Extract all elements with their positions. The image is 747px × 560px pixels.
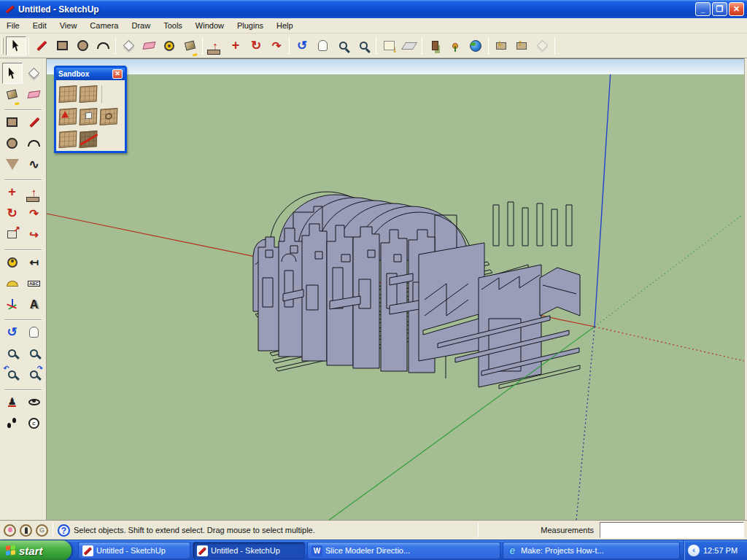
- get-models-icon[interactable]: ↓: [491, 36, 511, 55]
- toggle-terrain-icon[interactable]: [399, 36, 419, 55]
- menu-camera[interactable]: Camera: [83, 19, 125, 32]
- from-scratch-icon[interactable]: [80, 85, 98, 103]
- smoove-icon[interactable]: [59, 108, 77, 125]
- tape-measure-icon[interactable]: [159, 36, 179, 55]
- zoom-tool-icon[interactable]: [2, 343, 23, 364]
- share-models-icon[interactable]: ↑: [511, 36, 532, 55]
- zoom-extents-icon[interactable]: [353, 36, 374, 55]
- sandbox-close-icon[interactable]: ✕: [112, 69, 123, 79]
- paint-bucket-icon[interactable]: [2, 84, 23, 105]
- arc-tool-icon[interactable]: [93, 36, 113, 55]
- close-button[interactable]: ✕: [729, 2, 744, 16]
- zoom-tool-icon[interactable]: [333, 36, 353, 55]
- get-current-view-icon[interactable]: ↓: [379, 36, 399, 55]
- line-tool-icon[interactable]: [31, 36, 52, 55]
- look-around-icon[interactable]: [24, 392, 44, 413]
- scale-tool-icon[interactable]: ↗: [2, 224, 23, 245]
- status-separator: [478, 523, 479, 537]
- rectangle-tool-icon[interactable]: [52, 36, 72, 55]
- select-tool-icon[interactable]: [2, 63, 23, 84]
- from-contours-icon[interactable]: [59, 85, 77, 103]
- palette-separator: [4, 176, 42, 181]
- status-separator: [53, 523, 53, 537]
- model-viewport[interactable]: [47, 58, 744, 520]
- tape-measure-icon[interactable]: [2, 252, 23, 273]
- circle-tool-icon[interactable]: [2, 133, 23, 154]
- axes-tool-icon[interactable]: [2, 294, 23, 315]
- follow-me-tool-icon[interactable]: ↷: [24, 203, 44, 224]
- rectangle-tool-icon[interactable]: [2, 112, 23, 133]
- move-tool-icon[interactable]: +: [2, 182, 23, 203]
- taskbar-button-sketchup-1[interactable]: Untitled - SketchUp: [78, 542, 190, 559]
- circle-tool-icon[interactable]: [72, 36, 93, 55]
- zoom-extents-icon[interactable]: [24, 343, 44, 364]
- pan-tool-icon[interactable]: [312, 36, 333, 55]
- menu-view[interactable]: View: [53, 19, 84, 32]
- start-button[interactable]: start: [0, 540, 71, 560]
- make-component-icon[interactable]: [24, 63, 44, 84]
- toolbar-separator: [554, 37, 555, 55]
- polygon-tool-icon[interactable]: [2, 154, 23, 175]
- push-pull-tool-icon[interactable]: ↑: [24, 182, 44, 203]
- zoom-previous-icon[interactable]: ↶: [2, 364, 23, 385]
- flip-edge-icon[interactable]: [80, 131, 98, 148]
- dimension-tool-icon[interactable]: ↤: [24, 252, 44, 273]
- orbit-tool-icon[interactable]: ↺: [292, 36, 312, 55]
- google-earth-icon[interactable]: [465, 36, 486, 55]
- stamp-icon[interactable]: [80, 108, 98, 125]
- toolbar-grip[interactable]: [1, 38, 4, 54]
- toolbar-separator: [115, 37, 116, 55]
- drape-icon[interactable]: [100, 108, 118, 125]
- menu-tools[interactable]: Tools: [157, 19, 189, 32]
- zoom-next-icon[interactable]: ↷: [24, 364, 44, 385]
- taskbar-button-word-doc[interactable]: W Slice Modeler Directio...: [307, 542, 500, 559]
- help-icon[interactable]: ?: [58, 524, 70, 537]
- menu-plugins[interactable]: Plugins: [231, 19, 270, 32]
- photo-textures-icon[interactable]: [425, 36, 445, 55]
- protractor-tool-icon[interactable]: [2, 273, 23, 294]
- taskbar-button-internet-explorer[interactable]: e Make: Projects How-t...: [503, 542, 680, 559]
- credit-status-icon[interactable]: [20, 524, 32, 537]
- follow-me-tool-icon[interactable]: ↷: [266, 36, 287, 55]
- section-plane-icon[interactable]: C: [24, 413, 44, 434]
- offset-tool-icon[interactable]: ↪: [24, 224, 44, 245]
- eraser-tool-icon[interactable]: [139, 36, 159, 55]
- pan-tool-icon[interactable]: [24, 322, 44, 343]
- eraser-tool-icon[interactable]: [24, 84, 44, 105]
- arc-tool-icon[interactable]: [24, 133, 44, 154]
- add-location-icon[interactable]: [445, 36, 465, 55]
- sandbox-palette[interactable]: Sandbox ✕: [54, 66, 127, 153]
- menu-bar: File Edit View Camera Draw Tools Window …: [0, 18, 747, 34]
- select-tool-icon[interactable]: [6, 36, 26, 55]
- taskbar-button-sketchup-2[interactable]: Untitled - SketchUp: [193, 542, 305, 559]
- text-tool-icon[interactable]: ABC: [24, 273, 44, 294]
- rotate-tool-icon[interactable]: ↻: [2, 203, 23, 224]
- orbit-tool-icon[interactable]: ↺: [2, 322, 23, 343]
- paint-bucket-icon[interactable]: [179, 36, 200, 55]
- make-component-icon[interactable]: [118, 36, 139, 55]
- position-camera-icon[interactable]: ♟: [2, 392, 23, 413]
- walk-tool-icon[interactable]: [2, 413, 23, 434]
- share-component-icon[interactable]: [532, 36, 552, 55]
- line-tool-icon[interactable]: [24, 112, 44, 133]
- sandbox-title-bar[interactable]: Sandbox ✕: [56, 68, 125, 80]
- add-detail-icon[interactable]: [59, 131, 77, 148]
- signin-status-icon[interactable]: G: [36, 524, 48, 537]
- geolocation-status-icon[interactable]: [4, 524, 16, 537]
- menu-help[interactable]: Help: [270, 19, 300, 32]
- measurements-input[interactable]: [600, 522, 744, 538]
- push-pull-tool-icon[interactable]: ↑: [205, 36, 225, 55]
- menu-file[interactable]: File: [0, 19, 26, 32]
- move-tool-icon[interactable]: +: [225, 36, 246, 55]
- menu-draw[interactable]: Draw: [125, 19, 157, 32]
- 3d-text-tool-icon[interactable]: A: [24, 294, 44, 315]
- restore-button[interactable]: ❐: [712, 2, 727, 16]
- menu-window[interactable]: Window: [189, 19, 231, 32]
- windows-logo-icon: [6, 545, 16, 556]
- start-label: start: [19, 545, 43, 557]
- rotate-tool-icon[interactable]: ↻: [246, 36, 266, 55]
- menu-edit[interactable]: Edit: [26, 19, 53, 32]
- minimize-button[interactable]: _: [695, 2, 711, 16]
- hide-icons-chevron-icon[interactable]: ‹: [688, 545, 700, 556]
- freehand-tool-icon[interactable]: ∿: [24, 154, 44, 175]
